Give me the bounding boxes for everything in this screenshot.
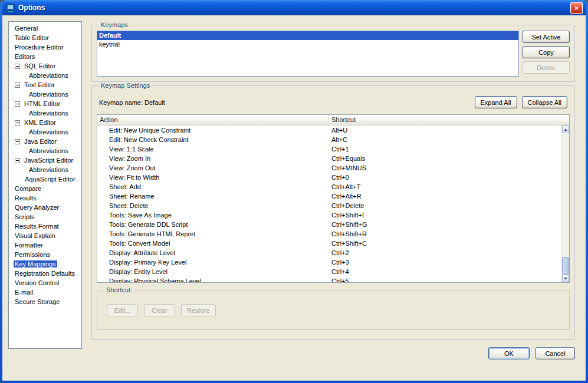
collapse-icon[interactable]	[15, 101, 20, 107]
set-active-button[interactable]: Set Active	[523, 31, 570, 43]
sidebar-item-label: Registration Defaults	[14, 270, 76, 277]
table-row[interactable]: Display: Attribute LevelCtrl+2	[97, 248, 561, 257]
table-row[interactable]: Tools: Save As ImageCtrl+Shift+I	[97, 210, 561, 220]
sidebar-item-sql-editor[interactable]: SQL Editor	[9, 61, 81, 71]
action-cell: View: Zoom Out	[97, 163, 329, 173]
sidebar-item-table-editor[interactable]: Table Editor	[9, 33, 81, 42]
keymap-list-item[interactable]: keytrial	[97, 40, 518, 49]
table-row[interactable]: Display: Primary Key LevelCtrl+3	[97, 257, 561, 267]
action-cell: View: Fit to Width	[97, 173, 329, 182]
table-scrollbar[interactable]	[561, 126, 569, 282]
keymaps-group: Keymaps Defaultkeytrial Set Active Copy …	[91, 21, 575, 82]
sidebar-item-secure-storage[interactable]: Secure Storage	[9, 297, 81, 306]
sidebar-item-abbreviations[interactable]: Abbreviations	[9, 127, 81, 137]
keymap-list-item[interactable]: Default	[97, 31, 518, 40]
column-header-shortcut[interactable]: Shortcut	[329, 115, 569, 125]
shortcut-cell: Ctrl+5	[329, 276, 561, 282]
scroll-up-icon[interactable]	[562, 126, 569, 133]
sidebar-item-general[interactable]: General	[9, 24, 81, 33]
table-row[interactable]: Sheet: DeleteCtrl+Delete	[97, 201, 561, 210]
table-row[interactable]: View: 1:1 ScaleCtrl+1	[97, 144, 561, 154]
expand-all-button[interactable]: Expand All	[475, 96, 517, 108]
shortcut-group-title: Shortcut:	[104, 286, 134, 293]
sidebar-item-xml-editor[interactable]: XML Editor	[9, 118, 81, 127]
table-row[interactable]: Display: Physical Schema LevelCtrl+5	[97, 276, 561, 282]
sidebar-item-label: AquaScript Editor	[24, 176, 77, 183]
scrollbar-thumb[interactable]	[562, 257, 569, 275]
shortcut-cell: Ctrl+1	[329, 144, 561, 154]
collapse-icon[interactable]	[15, 158, 20, 163]
keymaps-group-title: Keymaps	[99, 21, 130, 28]
scroll-down-icon[interactable]	[562, 275, 569, 282]
sidebar-item-key-mappings[interactable]: Key Mappings	[9, 259, 81, 269]
sidebar-item-abbreviations[interactable]: Abbreviations	[9, 165, 81, 174]
column-header-action[interactable]: Action	[97, 115, 329, 125]
titlebar[interactable]: Options ×	[2, 0, 586, 15]
collapse-icon[interactable]	[15, 64, 20, 69]
sidebar-item-label: XML Editor	[23, 119, 57, 126]
table-row[interactable]: View: Zoom InCtrl+Equals	[97, 154, 561, 163]
close-icon[interactable]: ×	[570, 2, 583, 14]
table-row[interactable]: View: Fit to WidthCtrl+0	[97, 173, 561, 182]
table-header[interactable]: Action Shortcut	[97, 115, 569, 126]
shortcut-cell: Alt+C	[329, 135, 561, 144]
sidebar-item-abbreviations[interactable]: Abbreviations	[9, 146, 81, 156]
sidebar-item-e-mail[interactable]: E-mail	[9, 288, 81, 297]
table-row[interactable]: Tools: Generate DDL ScriptCtrl+Shift+G	[97, 220, 561, 229]
sidebar-item-formatter[interactable]: Formatter	[9, 240, 81, 250]
shortcut-cell: Ctrl+Shift+C	[329, 239, 561, 248]
table-row[interactable]: Tools: Convert ModelCtrl+Shift+C	[97, 239, 561, 248]
table-row[interactable]: Sheet: RenameCtrl+Alt+R	[97, 192, 561, 201]
window-title: Options	[18, 4, 45, 12]
sidebar-item-abbreviations[interactable]: Abbreviations	[9, 71, 81, 80]
table-row[interactable]: Edit: New Check ConstraintAlt+C	[97, 135, 561, 144]
action-cell: Tools: Save As Image	[97, 210, 329, 220]
shortcut-cell: Ctrl+MINUS	[329, 163, 561, 173]
table-row[interactable]: View: Zoom OutCtrl+MINUS	[97, 163, 561, 173]
copy-button[interactable]: Copy	[523, 46, 570, 58]
table-row[interactable]: Display: Entity LevelCtrl+4	[97, 267, 561, 276]
sidebar-item-abbreviations[interactable]: Abbreviations	[9, 90, 81, 99]
scrollbar-track[interactable]	[562, 133, 569, 275]
action-cell: View: Zoom In	[97, 154, 329, 163]
table-row[interactable]: Tools: Generate HTML ReportCtrl+Shift+R	[97, 229, 561, 239]
sidebar-item-label: Abbreviations	[28, 147, 70, 154]
cancel-button[interactable]: Cancel	[536, 347, 575, 359]
sidebar-item-scripts[interactable]: Scripts	[9, 212, 81, 222]
table-row[interactable]: Edit: New Unique ConstraintAlt+U	[97, 126, 561, 135]
category-tree[interactable]: GeneralTable EditorProcedure EditorEdito…	[8, 21, 82, 349]
main-panel: Keymaps Defaultkeytrial Set Active Copy …	[91, 21, 575, 381]
ok-button[interactable]: OK	[488, 347, 530, 359]
sidebar-item-html-editor[interactable]: HTML Editor	[9, 99, 81, 108]
sidebar-item-label: SQL Editor	[23, 62, 57, 70]
sidebar-item-label: Key Mappings	[14, 260, 57, 268]
action-cell: Display: Primary Key Level	[97, 257, 329, 267]
sidebar-item-editors[interactable]: Editors	[9, 52, 81, 61]
sidebar-item-permissions[interactable]: Permissions	[9, 250, 81, 259]
sidebar-item-javascript-editor[interactable]: JavaScript Editor	[9, 156, 81, 165]
action-cell: View: 1:1 Scale	[97, 144, 329, 154]
collapse-icon[interactable]	[15, 139, 20, 144]
sidebar-item-compare[interactable]: Compare	[9, 184, 81, 193]
collapse-icon[interactable]	[15, 82, 20, 88]
sidebar-item-label: Scripts	[14, 213, 36, 220]
sidebar-item-label: Query Analyzer	[14, 204, 60, 211]
sidebar-item-aquascript-editor[interactable]: AquaScript Editor	[9, 174, 81, 184]
sidebar-item-results-format[interactable]: Results Format	[9, 222, 81, 231]
sidebar-item-visual-explain[interactable]: Visual Explain	[9, 231, 81, 240]
sidebar-item-results[interactable]: Results	[9, 193, 81, 203]
collapse-all-button[interactable]: Collapse All	[522, 96, 567, 108]
table-row[interactable]: Sheet: AddCtrl+Alt+T	[97, 182, 561, 192]
sidebar-item-procedure-editor[interactable]: Procedure Editor	[9, 42, 81, 52]
shortcut-cell: Ctrl+2	[329, 248, 561, 257]
sidebar-item-version-control[interactable]: Version Control	[9, 278, 81, 288]
edit-shortcut-button: Edit...	[107, 304, 138, 316]
sidebar-item-label: Abbreviations	[28, 166, 70, 173]
collapse-icon[interactable]	[15, 120, 20, 126]
sidebar-item-java-editor[interactable]: Java Editor	[9, 137, 81, 146]
keymap-list[interactable]: Defaultkeytrial	[97, 31, 519, 77]
sidebar-item-text-editor[interactable]: Text Editor	[9, 80, 81, 90]
sidebar-item-abbreviations[interactable]: Abbreviations	[9, 108, 81, 118]
sidebar-item-query-analyzer[interactable]: Query Analyzer	[9, 203, 81, 212]
sidebar-item-registration-defaults[interactable]: Registration Defaults	[9, 269, 81, 278]
